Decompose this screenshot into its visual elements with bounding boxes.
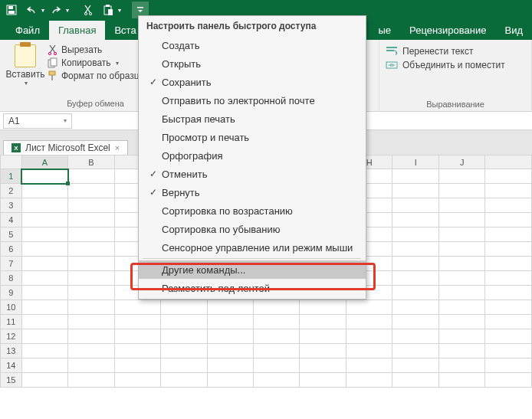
row-header[interactable]: 11 xyxy=(1,315,22,329)
cell[interactable] xyxy=(392,315,438,329)
cell[interactable] xyxy=(207,300,253,315)
menu-item[interactable]: Сортировка по возрастанию xyxy=(139,201,366,220)
cell[interactable] xyxy=(161,300,207,315)
menu-item[interactable]: Отправить по электронной почте xyxy=(139,91,366,110)
name-box[interactable]: A1 ▾ xyxy=(3,113,72,129)
copy-button[interactable]: Копировать ▾ xyxy=(48,57,140,68)
menu-item[interactable]: Просмотр и печать xyxy=(139,128,366,146)
cell[interactable] xyxy=(485,300,532,315)
save-icon[interactable] xyxy=(3,2,20,18)
cell[interactable] xyxy=(392,242,438,257)
cell[interactable] xyxy=(161,373,207,388)
cell[interactable] xyxy=(485,213,532,228)
cell[interactable] xyxy=(392,184,438,198)
cut-icon[interactable] xyxy=(80,2,97,18)
undo-icon[interactable] xyxy=(23,2,40,18)
cell[interactable] xyxy=(68,169,115,184)
tab-home[interactable]: Главная xyxy=(49,21,105,40)
cell[interactable] xyxy=(438,329,485,344)
cell[interactable] xyxy=(21,300,68,315)
cell[interactable] xyxy=(161,344,207,358)
cell[interactable] xyxy=(485,228,532,242)
cell[interactable] xyxy=(68,315,115,329)
cell[interactable] xyxy=(392,228,438,242)
row-header[interactable]: 14 xyxy=(1,358,22,373)
undo-dropdown-icon[interactable]: ▾ xyxy=(41,7,44,14)
row-header[interactable]: 5 xyxy=(1,228,22,242)
cell[interactable] xyxy=(68,373,115,388)
cell[interactable] xyxy=(68,242,115,257)
cell[interactable] xyxy=(161,315,207,329)
cell[interactable] xyxy=(21,257,68,271)
column-header[interactable]: J xyxy=(438,155,485,169)
cell[interactable] xyxy=(254,300,300,315)
cell[interactable] xyxy=(21,344,68,358)
cell[interactable] xyxy=(438,373,485,388)
cell[interactable] xyxy=(392,286,438,300)
cell[interactable] xyxy=(438,358,485,373)
cell[interactable] xyxy=(114,329,160,344)
cell[interactable] xyxy=(346,373,392,388)
cell[interactable] xyxy=(114,344,160,358)
cell[interactable] xyxy=(21,329,68,344)
cell[interactable] xyxy=(438,300,485,315)
cell[interactable] xyxy=(21,315,68,329)
row-header[interactable]: 3 xyxy=(1,198,22,213)
paste-button[interactable]: Вставить ▾ xyxy=(6,43,44,97)
cell[interactable] xyxy=(207,329,253,344)
merge-center-button[interactable]: Объединить и поместит xyxy=(386,60,525,70)
menu-item[interactable]: Другие команды... xyxy=(139,260,366,279)
cell[interactable] xyxy=(438,242,485,257)
cell[interactable] xyxy=(254,373,300,388)
cell[interactable] xyxy=(68,228,115,242)
cell[interactable] xyxy=(21,184,68,198)
cell[interactable] xyxy=(438,257,485,271)
menu-item[interactable]: Открыть xyxy=(139,54,366,73)
cell[interactable] xyxy=(300,329,346,344)
cell[interactable] xyxy=(21,286,68,300)
cell[interactable] xyxy=(485,344,532,358)
cell[interactable] xyxy=(485,184,532,198)
cut-button[interactable]: Вырезать xyxy=(48,44,140,55)
cell[interactable] xyxy=(254,358,300,373)
cell[interactable] xyxy=(300,373,346,388)
row-header[interactable]: 4 xyxy=(1,213,22,228)
cell[interactable] xyxy=(392,271,438,286)
menu-item[interactable]: ✓ Вернуть xyxy=(139,183,366,201)
menu-item[interactable]: Сенсорное управление или режим мыши xyxy=(139,238,366,257)
cell[interactable] xyxy=(438,169,485,184)
select-all-corner[interactable] xyxy=(1,155,22,169)
column-header[interactable] xyxy=(485,155,532,169)
cell[interactable] xyxy=(114,358,160,373)
menu-item[interactable]: Орфография xyxy=(139,146,366,165)
cell[interactable] xyxy=(485,271,532,286)
cell[interactable] xyxy=(485,257,532,271)
cell[interactable] xyxy=(346,344,392,358)
tab-data-stub[interactable]: ые xyxy=(369,21,401,40)
cell[interactable] xyxy=(254,329,300,344)
cell[interactable] xyxy=(21,228,68,242)
row-header[interactable]: 6 xyxy=(1,242,22,257)
cell[interactable] xyxy=(485,373,532,388)
format-painter-button[interactable]: Формат по образц xyxy=(48,70,140,81)
cell[interactable] xyxy=(207,373,253,388)
cell[interactable] xyxy=(68,213,115,228)
cell[interactable] xyxy=(346,315,392,329)
tab-file[interactable]: Файл xyxy=(6,21,49,40)
cell[interactable] xyxy=(485,286,532,300)
cell[interactable] xyxy=(438,184,485,198)
cell[interactable] xyxy=(21,242,68,257)
cell[interactable] xyxy=(21,271,68,286)
cell[interactable] xyxy=(21,198,68,213)
workbook-tab[interactable]: X Лист Microsoft Excel × xyxy=(3,140,128,155)
cell[interactable] xyxy=(207,344,253,358)
row-header[interactable]: 1 xyxy=(1,169,22,184)
cell[interactable] xyxy=(68,198,115,213)
menu-item[interactable]: ✓ Отменить xyxy=(139,165,366,183)
cell[interactable] xyxy=(392,213,438,228)
wrap-text-button[interactable]: Перенести текст xyxy=(386,46,525,57)
menu-item[interactable]: Разместить под лентой xyxy=(139,279,366,297)
cell[interactable] xyxy=(254,315,300,329)
cell[interactable] xyxy=(21,358,68,373)
menu-item[interactable]: Сортировка по убыванию xyxy=(139,220,366,238)
